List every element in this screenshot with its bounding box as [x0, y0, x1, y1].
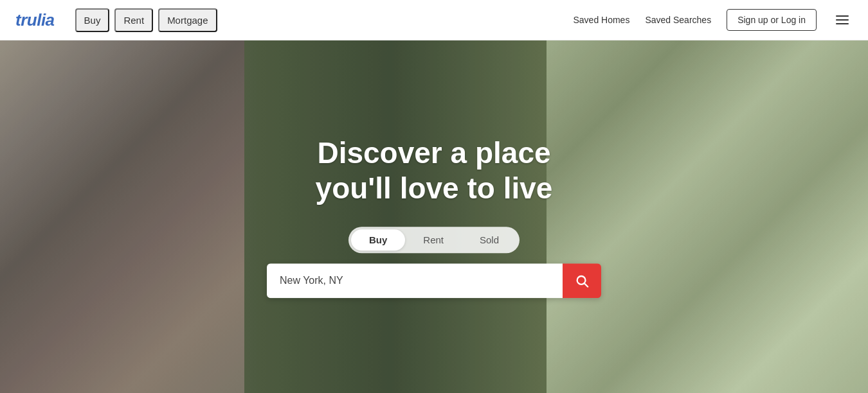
search-button[interactable]	[563, 263, 601, 298]
hero-headline: Discover a place you'll love to live	[267, 135, 601, 206]
logo[interactable]: trulia	[15, 10, 55, 30]
search-input[interactable]	[267, 263, 563, 298]
svg-line-1	[584, 283, 588, 286]
hero-headline-line2: you'll love to live	[316, 171, 553, 205]
hero-content: Discover a place you'll love to live Buy…	[267, 135, 601, 298]
tab-buy[interactable]: Buy	[351, 229, 405, 250]
logo-text: trulia	[15, 10, 55, 30]
hero-section: Discover a place you'll love to live Buy…	[0, 40, 868, 393]
nav-buy[interactable]: Buy	[75, 8, 110, 32]
sign-up-button[interactable]: Sign up or Log in	[727, 9, 817, 31]
hamburger-menu[interactable]	[832, 12, 853, 28]
hamburger-line-2	[836, 19, 849, 21]
hero-headline-line1: Discover a place	[317, 136, 550, 170]
search-icon	[575, 274, 589, 288]
saved-homes-link[interactable]: Saved Homes	[573, 15, 629, 25]
saved-searches-link[interactable]: Saved Searches	[645, 15, 711, 25]
header-right: Saved Homes Saved Searches Sign up or Lo…	[573, 9, 853, 31]
header: trulia Buy Rent Mortgage Saved Homes Sav…	[0, 0, 868, 40]
nav-rent[interactable]: Rent	[114, 8, 153, 32]
search-bar	[267, 263, 601, 298]
hamburger-line-1	[836, 15, 849, 17]
tab-rent[interactable]: Rent	[405, 229, 462, 250]
nav-mortgage[interactable]: Mortgage	[158, 8, 217, 32]
search-tabs: Buy Rent Sold	[348, 227, 520, 253]
tab-sold[interactable]: Sold	[462, 229, 517, 250]
hamburger-line-3	[836, 23, 849, 24]
main-nav: Buy Rent Mortgage	[75, 8, 217, 32]
